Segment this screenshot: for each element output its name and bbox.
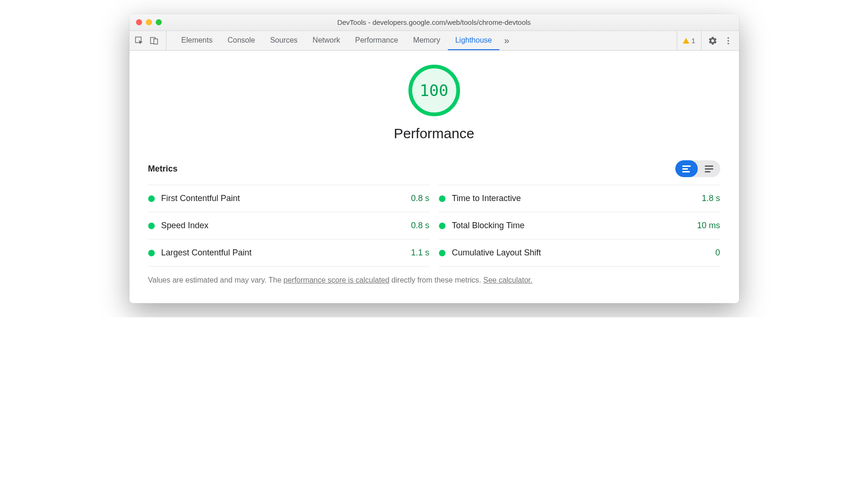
metric-value: 1.8 s: [702, 194, 720, 203]
metric-name: Time to Interactive: [452, 194, 695, 203]
warnings-badge[interactable]: 1: [677, 31, 701, 50]
tab-performance[interactable]: Performance: [347, 31, 406, 50]
panel-tabs: Elements Console Sources Network Perform…: [174, 31, 514, 50]
score-gauge: 100 Performance: [148, 65, 720, 142]
settings-icon[interactable]: [708, 36, 717, 45]
window-title: DevTools - developers.google.com/web/too…: [129, 18, 739, 26]
metric-row: Time to Interactive 1.8 s: [439, 185, 720, 212]
status-dot-icon: [439, 250, 445, 256]
device-toggle-icon[interactable]: [149, 36, 159, 46]
compact-bars-icon: [682, 165, 691, 172]
tab-console[interactable]: Console: [220, 31, 263, 50]
metric-row: Cumulative Layout Shift 0: [439, 239, 720, 267]
footnote-link-score[interactable]: performance score is calculated: [284, 276, 390, 284]
category-title: Performance: [394, 126, 475, 142]
tabs-overflow-icon[interactable]: »: [499, 31, 514, 50]
metrics-view-toggle: [675, 160, 720, 177]
tab-network[interactable]: Network: [305, 31, 348, 50]
svg-point-4: [727, 40, 729, 41]
expanded-bars-icon: [705, 165, 713, 172]
score-value: 100: [420, 81, 448, 100]
metric-row: Largest Contentful Paint 1.1 s: [148, 239, 430, 267]
metric-value: 0: [715, 248, 720, 258]
metric-value: 1.1 s: [411, 248, 429, 258]
maximize-window-button[interactable]: [156, 19, 162, 25]
metric-name: First Contentful Paint: [161, 194, 405, 203]
metric-row: First Contentful Paint 0.8 s: [148, 185, 430, 212]
metric-row: Speed Index 0.8 s: [148, 212, 430, 239]
svg-point-5: [727, 43, 729, 44]
toolbar-right: 1: [677, 31, 734, 50]
inspect-element-icon[interactable]: [134, 36, 144, 46]
metric-value: 0.8 s: [411, 194, 429, 203]
status-dot-icon: [439, 195, 445, 202]
metrics-header: Metrics: [148, 160, 720, 177]
tab-sources[interactable]: Sources: [263, 31, 305, 50]
metric-value: 10 ms: [697, 221, 720, 231]
metrics-footnote: Values are estimated and may vary. The p…: [148, 276, 720, 284]
lighthouse-report: 100 Performance Metrics First Contentful…: [129, 51, 739, 303]
tab-elements[interactable]: Elements: [174, 31, 220, 50]
metric-row: Total Blocking Time 10 ms: [439, 212, 720, 239]
warning-icon: [683, 38, 689, 44]
metric-name: Cumulative Layout Shift: [452, 248, 709, 258]
warnings-count: 1: [691, 37, 695, 45]
score-circle: 100: [408, 65, 460, 116]
status-dot-icon: [439, 223, 445, 229]
metrics-grid: First Contentful Paint 0.8 s Time to Int…: [148, 185, 720, 267]
status-dot-icon: [148, 195, 155, 202]
status-dot-icon: [148, 250, 155, 256]
metric-name: Largest Contentful Paint: [161, 248, 405, 258]
devtools-toolbar: Elements Console Sources Network Perform…: [129, 31, 739, 51]
tab-memory[interactable]: Memory: [406, 31, 448, 50]
view-toggle-expanded[interactable]: [698, 160, 720, 177]
minimize-window-button[interactable]: [146, 19, 152, 25]
metrics-heading: Metrics: [148, 164, 178, 174]
close-window-button[interactable]: [136, 19, 142, 25]
svg-point-3: [727, 37, 729, 38]
metric-name: Speed Index: [161, 221, 405, 231]
footnote-text: Values are estimated and may vary. The: [148, 276, 284, 284]
devtools-window: DevTools - developers.google.com/web/too…: [129, 14, 739, 303]
view-toggle-compact[interactable]: [675, 160, 698, 177]
toolbar-left-icons: [134, 31, 166, 50]
status-dot-icon: [148, 223, 155, 229]
footnote-text: directly from these metrics.: [389, 276, 483, 284]
more-icon[interactable]: [724, 37, 732, 45]
metric-value: 0.8 s: [411, 221, 429, 231]
svg-rect-2: [154, 39, 158, 44]
footnote-link-calculator[interactable]: See calculator.: [483, 276, 532, 284]
tab-lighthouse[interactable]: Lighthouse: [448, 31, 499, 50]
titlebar: DevTools - developers.google.com/web/too…: [129, 14, 739, 31]
window-controls: [129, 19, 162, 25]
metric-name: Total Blocking Time: [452, 221, 691, 231]
